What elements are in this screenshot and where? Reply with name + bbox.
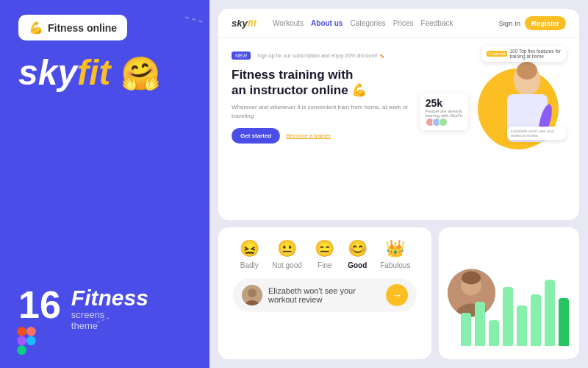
review-avatar <box>242 285 262 305</box>
hero-buttons: Get started Become a trainer <box>232 128 411 144</box>
bar-4 <box>517 305 527 346</box>
bar-2 <box>489 320 499 346</box>
become-trainer-link[interactable]: Become a trainer <box>286 132 331 139</box>
hero-heading: Fitness training with an instructor onli… <box>232 67 411 99</box>
hero-mini-card-top: Featured 100 Top flex features fortraini… <box>481 46 566 62</box>
bar-chart <box>461 287 569 346</box>
screens-label: screens <box>71 309 148 320</box>
avatar-image <box>242 285 262 305</box>
avatar-row <box>426 118 462 127</box>
hero-section: NEW Sign up for our subscription and enj… <box>218 38 579 152</box>
bar-7 <box>559 298 569 346</box>
main-website-card: skyfit Workouts About us Categories Pric… <box>218 9 579 220</box>
bar-5 <box>531 294 541 346</box>
nav-logo-fit: fit <box>248 18 257 29</box>
brand-sky: sky <box>18 53 77 92</box>
emoji-label-badly: Badly <box>240 261 259 269</box>
mini-card-desc: 100 Top flex features fortraining at hom… <box>509 49 561 59</box>
hero-heading-emoji: 💪 <box>351 83 367 97</box>
stat-25k: 25k People are alreadytraining with SkyF… <box>420 93 468 130</box>
nav-prices[interactable]: Prices <box>393 19 414 27</box>
review-input-text[interactable]: Elizabeth won't see your workout review <box>268 286 380 304</box>
svg-point-8 <box>517 62 537 79</box>
arrow-icon: → <box>392 289 402 301</box>
bottom-row: 😖 Badly 😐 Not good 😑 Fine 😊 Good 👑 <box>218 227 579 359</box>
svg-rect-2 <box>17 336 26 346</box>
bar-1 <box>475 302 485 346</box>
emoji-fine[interactable]: 😑 Fine <box>315 239 334 269</box>
muscle-icon: 💪 <box>29 21 43 35</box>
nav-workouts[interactable]: Workouts <box>273 19 304 27</box>
emoji-notgood[interactable]: 😐 Not good <box>272 239 302 269</box>
featured-tag: Featured <box>487 51 507 57</box>
emoji-face-fine: 😑 <box>315 239 334 258</box>
fitness-label: Fitness <box>71 286 148 311</box>
register-button[interactable]: Register <box>525 16 566 30</box>
right-area: skyfit Workouts About us Categories Pric… <box>209 0 588 368</box>
hero-sub: Wherever and whenever it is convenient t… <box>232 103 411 121</box>
badge-label: Fitness online <box>48 22 117 34</box>
svg-point-4 <box>26 336 36 346</box>
svg-rect-0 <box>17 327 26 336</box>
bar-6 <box>545 280 555 346</box>
svg-rect-1 <box>26 327 36 336</box>
stat-label: People are alreadytraining with SkyFit <box>426 109 462 118</box>
hero-tag: NEW <box>232 52 251 60</box>
nav-feedback[interactable]: Feedback <box>421 19 453 27</box>
nav-logo: skyfit <box>232 18 257 29</box>
sign-in-button[interactable]: Sign In <box>498 19 520 27</box>
svg-point-11 <box>248 289 257 297</box>
left-panel: - - - 💪 Fitness online skyfit 🤗 16 Fitne… <box>0 0 209 368</box>
nav-actions: Sign In Register <box>498 16 566 30</box>
get-started-button[interactable]: Get started <box>232 128 280 144</box>
bar-0 <box>461 313 471 346</box>
nav-links: Workouts About us Categories Prices Feed… <box>273 19 453 27</box>
emoji-label-fabulous: Fabulous <box>380 261 410 269</box>
emoji-label-good: Good <box>348 261 367 269</box>
screens-number: 16 <box>18 286 61 324</box>
hero-review-card: Elizabeth won't see your workout review <box>507 127 566 140</box>
emoji-face-badly: 😖 <box>240 239 259 258</box>
emoji-face-notgood: 😐 <box>277 239 297 258</box>
brand-fit: fit <box>77 53 110 92</box>
fitness-badge: 💪 Fitness online <box>18 15 127 40</box>
decorative-dash-top: - - - <box>182 7 204 29</box>
emoji-label-fine: Fine <box>318 261 331 269</box>
nav-bar: skyfit Workouts About us Categories Pric… <box>218 9 579 38</box>
emoji-label-notgood: Not good <box>272 261 302 269</box>
nav-categories[interactable]: Categories <box>350 19 385 27</box>
review-widget: 😖 Badly 😐 Not good 😑 Fine 😊 Good 👑 <box>218 227 431 359</box>
emoji-row: 😖 Badly 😐 Not good 😑 Fine 😊 Good 👑 <box>233 239 417 269</box>
review-input-bar: Elizabeth won't see your workout review … <box>233 278 417 312</box>
chart-widget <box>439 227 579 359</box>
bar-3 <box>503 287 513 346</box>
emoji-fabulous[interactable]: 👑 Fabulous <box>380 239 410 269</box>
svg-rect-3 <box>17 345 26 355</box>
emoji-face-fabulous: 👑 <box>385 239 405 258</box>
nav-about[interactable]: About us <box>311 19 343 27</box>
figma-icon <box>16 327 37 355</box>
emoji-face-good: 😊 <box>348 239 368 258</box>
hero-tag-desc: Sign up for our subscription and enjoy 2… <box>257 53 385 58</box>
hero-heading-line2: an instructor online <box>232 83 348 97</box>
emoji-good[interactable]: 😊 Good <box>348 239 368 269</box>
stat-number: 25k <box>426 97 462 109</box>
brand-emoji: 🤗 <box>121 55 161 91</box>
emoji-badly[interactable]: 😖 Badly <box>240 239 259 269</box>
send-button[interactable]: → <box>386 284 408 306</box>
brand-title: skyfit 🤗 <box>18 53 161 92</box>
hero-visual: Featured 100 Top flex features fortraini… <box>420 47 566 144</box>
svg-point-17 <box>462 272 481 285</box>
hero-text: NEW Sign up for our subscription and enj… <box>232 47 411 144</box>
mini-avatar-3 <box>439 118 448 127</box>
nav-logo-sky: sky <box>232 18 248 29</box>
hero-heading-line1: Fitness training with <box>232 68 353 82</box>
